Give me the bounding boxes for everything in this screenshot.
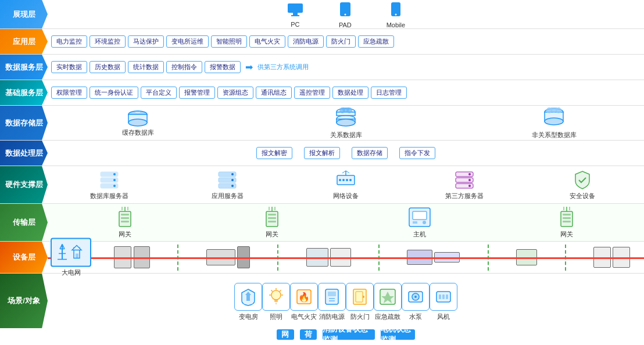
scene-item-fire-power: 消防电源: [318, 283, 346, 321]
dp-item-1: 报文解析: [304, 147, 340, 159]
emergency-icon: [374, 283, 402, 311]
app-item-2: 马达保护: [128, 35, 164, 48]
content-data-store: 缓存数据库 关系数据库: [48, 106, 644, 140]
hw-label-3: 第三方服务器: [445, 192, 484, 200]
svg-rect-84: [274, 300, 278, 302]
bottom-btn-grid[interactable]: 网: [277, 329, 294, 340]
store-item-2: 非关系型数据库: [467, 107, 641, 139]
transport-label-3: 网关: [560, 230, 573, 239]
svg-point-21: [556, 107, 561, 113]
scene-icons-row: 变电房 照明 🔥 电气火灾: [234, 274, 457, 328]
scene-item-emergency: 应急疏散: [374, 283, 402, 321]
svg-line-40: [342, 171, 346, 173]
ds-item-3: 控制指令: [166, 61, 202, 73]
fire-elec-icon: 🔥: [290, 283, 318, 311]
hw-item-0: 数据库服务器: [51, 170, 167, 200]
scene-label-emergency: 应急疏散: [375, 312, 400, 321]
store-item-1: 关系数据库: [259, 107, 432, 139]
svg-rect-54: [121, 221, 129, 222]
app-item-8: 应急疏散: [358, 35, 394, 48]
lighting-icon: [262, 283, 290, 311]
big-grid-label: 大电网: [51, 268, 91, 277]
svg-point-25: [113, 173, 116, 175]
content-hardware: 数据库服务器 应用服务器: [48, 166, 644, 203]
pc-label: PC: [291, 21, 299, 28]
svg-point-27: [113, 185, 116, 187]
transport-label-0: 网关: [119, 230, 131, 239]
label-data-process: 数据处理层: [0, 141, 48, 166]
content-device: 大电网: [48, 242, 644, 273]
svg-rect-93: [325, 289, 338, 304]
mobile-device: Mobile: [387, 2, 405, 28]
architecture-diagram: 展现层 PC PAD Mobile 应用层: [0, 0, 644, 345]
gateway-icon-0: [116, 206, 134, 229]
svg-point-46: [468, 179, 471, 181]
label-app: 应用层: [0, 29, 48, 54]
transport-label-1: 网关: [266, 230, 278, 239]
app-server-icon: [216, 170, 238, 191]
bs-item-5: 通讯组态: [256, 87, 292, 99]
relational-db-icon: [334, 107, 357, 130]
gateway-icon-3: [558, 206, 575, 229]
hw-item-3: 第三方服务器: [406, 170, 523, 200]
transport-label-2: 主机: [413, 230, 426, 239]
svg-rect-0: [288, 3, 303, 13]
ds-extra: 供第三方系统调用: [257, 63, 309, 71]
svg-rect-1: [293, 13, 298, 15]
label-data-service: 数据服务层: [0, 55, 48, 80]
svg-rect-72: [563, 221, 571, 222]
hw-label-0: 数据库服务器: [90, 192, 128, 200]
svg-line-89: [271, 290, 273, 292]
scene-item-fan: 风机: [430, 283, 457, 321]
svg-point-38: [349, 179, 352, 181]
power-grid-icon: [56, 242, 85, 263]
svg-rect-64: [413, 221, 417, 224]
svg-point-33: [231, 185, 234, 187]
content-data-process: 报文解密 报文解析 数据存储 指令下发: [48, 141, 644, 166]
label-presentation: 展现层: [0, 0, 48, 28]
arrow-icon: ➡: [245, 62, 253, 73]
app-item-0: 电力监控: [51, 35, 87, 48]
svg-text:🔥: 🔥: [298, 292, 310, 303]
svg-rect-53: [121, 217, 129, 219]
store-label-0: 缓存数据库: [122, 128, 154, 137]
svg-point-103: [414, 296, 417, 298]
bs-item-8: 日志管理: [371, 87, 407, 99]
bottom-btn-load[interactable]: 荷: [300, 329, 317, 340]
content-transport: 网关 网关: [48, 204, 644, 241]
scene-label-lighting: 照明: [270, 312, 282, 321]
svg-point-37: [346, 179, 348, 181]
svg-point-65: [423, 221, 426, 224]
label-base-service: 基础服务层: [0, 80, 48, 105]
big-grid-container: 大电网: [51, 238, 91, 277]
scene-label-fire-power: 消防电源: [319, 312, 345, 321]
pump-icon: [402, 283, 430, 311]
svg-rect-81: [76, 254, 78, 258]
store-label-2: 非关系型数据库: [532, 131, 577, 139]
svg-point-45: [468, 173, 471, 175]
svg-point-36: [342, 179, 345, 181]
label-data-store: 数据存储层: [0, 106, 48, 140]
store-label-1: 关系数据库: [330, 131, 362, 139]
app-item-5: 电气火灾: [249, 35, 285, 48]
transport-item-3: 网关: [493, 206, 641, 239]
scene-label-fire-door: 防火门: [350, 312, 370, 321]
dp-item-2: 数据存储: [352, 147, 388, 159]
scene-item-fire-door: 防火门: [346, 283, 374, 321]
bottom-btn-fire[interactable]: 消防设备状态监测: [323, 329, 374, 340]
bottom-btn-motor[interactable]: 电机状态监测: [381, 329, 415, 340]
svg-rect-71: [563, 217, 571, 219]
row-device: 设备层: [0, 242, 644, 274]
svg-rect-52: [121, 214, 129, 215]
label-transport: 传输层: [0, 204, 48, 241]
mobile-label: Mobile: [387, 21, 405, 28]
scene-label-fan: 风机: [437, 312, 450, 321]
scene-label-pump: 水泵: [409, 312, 422, 321]
row-presentation: 展现层 PC PAD Mobile: [0, 0, 644, 29]
mobile-icon: [391, 2, 401, 20]
svg-rect-105: [439, 294, 441, 299]
svg-rect-94: [328, 292, 336, 296]
row-app: 应用层 电力监控 环境监控 马达保护 变电所运维 智能照明 电气火灾 消防电源 …: [0, 29, 644, 55]
scene-label-substation: 变电房: [239, 312, 258, 321]
fire-power-icon: [318, 283, 346, 311]
